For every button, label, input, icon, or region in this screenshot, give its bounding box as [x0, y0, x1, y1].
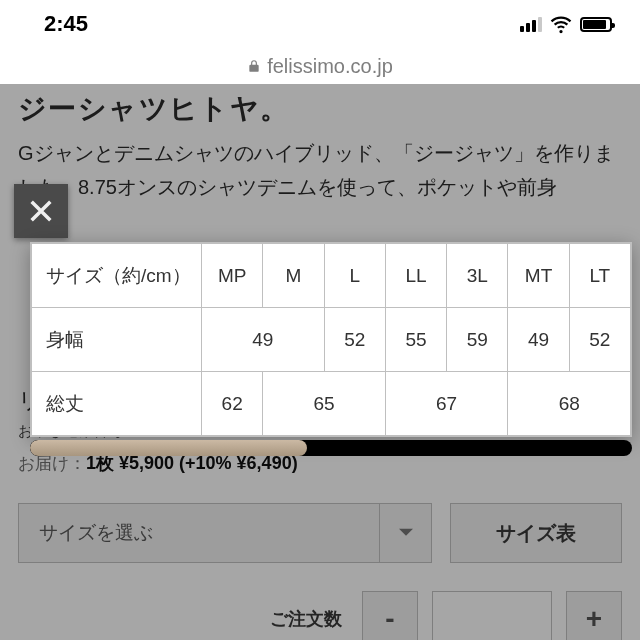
close-button[interactable] [14, 184, 68, 238]
table-header: LT [569, 244, 630, 308]
table-row: 身幅495255594952 [32, 308, 631, 372]
table-header: MP [202, 244, 263, 308]
table-cell: 68 [508, 372, 631, 436]
status-bar: 2:45 [0, 0, 640, 48]
wifi-icon [550, 13, 572, 35]
table-cell: 52 [569, 308, 630, 372]
table-header: LL [385, 244, 446, 308]
battery-icon [580, 17, 612, 32]
headline: ジーシャツヒトヤ。 [18, 84, 622, 130]
qty-minus-button[interactable]: - [362, 591, 418, 640]
table-header: M [263, 244, 324, 308]
quantity-label: ご注文数 [270, 607, 342, 631]
size-chart-button[interactable]: サイズ表 [450, 503, 622, 563]
product-description: Gジャンとデニムシャツのハイブリッド、「ジージャツ」を作りました。8.75オンス… [18, 130, 622, 204]
lock-icon [247, 59, 261, 73]
horizontal-scrollbar[interactable] [30, 440, 632, 456]
table-header-label: サイズ（約/cm） [32, 244, 202, 308]
status-indicators [520, 13, 612, 35]
table-cell: 65 [263, 372, 386, 436]
url-domain: felissimo.co.jp [267, 55, 393, 78]
browser-url-bar[interactable]: felissimo.co.jp [0, 48, 640, 84]
table-header: 3L [447, 244, 508, 308]
table-cell: 52 [324, 308, 385, 372]
page-content: ジーシャツヒトヤ。 Gジャンとデニムシャツのハイブリッド、「ジージャツ」を作りま… [0, 84, 640, 640]
table-cell: 59 [447, 308, 508, 372]
size-select[interactable]: サイズを選ぶ [18, 503, 432, 563]
table-cell: 55 [385, 308, 446, 372]
table-header: L [324, 244, 385, 308]
chevron-down-icon [379, 504, 431, 562]
size-select-placeholder: サイズを選ぶ [19, 504, 379, 562]
size-table: サイズ（約/cm）MPMLLL3LMTLT 身幅495255594952総丈62… [31, 243, 631, 436]
table-header: MT [508, 244, 569, 308]
qty-plus-button[interactable]: + [566, 591, 622, 640]
clock: 2:45 [44, 11, 88, 37]
table-row: 総丈62656768 [32, 372, 631, 436]
table-cell: 62 [202, 372, 263, 436]
table-cell: 67 [385, 372, 508, 436]
size-table-modal: サイズ（約/cm）MPMLLL3LMTLT 身幅495255594952総丈62… [30, 242, 632, 437]
row-label: 身幅 [32, 308, 202, 372]
qty-value[interactable] [432, 591, 552, 640]
cellular-icon [520, 16, 542, 32]
table-cell: 49 [202, 308, 325, 372]
table-cell: 49 [508, 308, 569, 372]
row-label: 総丈 [32, 372, 202, 436]
